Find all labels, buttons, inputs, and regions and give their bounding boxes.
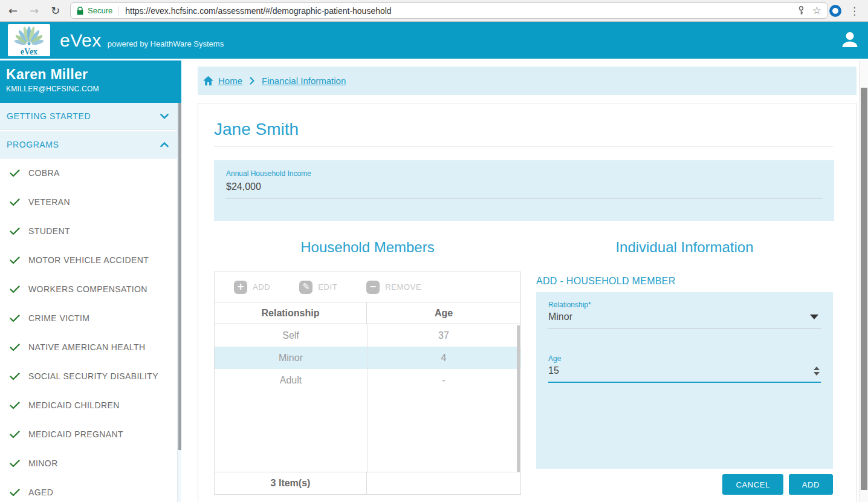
program-list-item[interactable]: MEDICAID CHILDREN (0, 391, 177, 420)
household-members-title: Household Members (214, 239, 521, 256)
table-scrollbar-thumb[interactable] (517, 325, 520, 472)
browser-menu-icon[interactable]: ⋮ (849, 5, 860, 17)
table-footer-row: 3 Item(s) (215, 472, 520, 494)
person-icon (840, 30, 860, 50)
cell-age: 4 (367, 347, 520, 369)
home-icon[interactable] (202, 76, 214, 86)
income-input[interactable]: $24,000 (226, 181, 822, 198)
divider (118, 6, 119, 16)
key-icon[interactable] (797, 6, 805, 15)
column-header-relationship: Relationship (215, 302, 367, 324)
sidebar-section-getting-started[interactable]: GETTING STARTED (0, 103, 177, 130)
sidebar-user-block: Karen Miller KMILLER@HCFSINC.COM (0, 60, 181, 103)
chevron-down-icon (160, 114, 169, 119)
program-list-item[interactable]: MEDICAID PREGNANT (0, 420, 177, 449)
chevron-right-icon (250, 77, 254, 85)
user-account-button[interactable] (840, 30, 860, 52)
program-list-item[interactable]: CRIME VICTIM (0, 304, 177, 333)
chevron-up-icon (160, 142, 169, 148)
edit-member-button[interactable]: ✎ EDIT (299, 281, 337, 294)
column-header-age: Age (367, 302, 520, 324)
pencil-icon: ✎ (299, 281, 313, 294)
program-list-item[interactable]: STUDENT (0, 217, 177, 246)
breadcrumb-current-link[interactable]: Financial Information (262, 76, 346, 86)
cell-age: - (367, 369, 520, 391)
forward-icon[interactable]: → (30, 5, 39, 16)
program-list-item[interactable]: AGED (0, 478, 177, 502)
table-row[interactable]: Adult - (215, 369, 520, 391)
program-list-item[interactable]: VETERAN (0, 187, 177, 217)
check-icon (10, 373, 21, 380)
household-table-body: Self 37 Minor 4 Adult - (215, 324, 520, 472)
minus-icon: − (366, 281, 380, 294)
cell-relationship: Minor (215, 347, 367, 369)
check-icon (10, 460, 21, 468)
check-icon (10, 169, 21, 177)
browser-toolbar: ← → ↻ Secure https://evex.hcfsinc.com/as… (0, 0, 868, 22)
program-list-item[interactable]: WORKERS COMPENSATION (0, 275, 177, 304)
remove-member-button[interactable]: − REMOVE (366, 281, 421, 294)
starburst-icon (13, 27, 45, 47)
sidebar-sections: GETTING STARTED PROGRAMS (0, 103, 177, 160)
profile-avatar-icon[interactable] (829, 5, 841, 17)
household-table: + ADD ✎ EDIT − REMOVE Relationship Age (214, 272, 521, 495)
cell-age: 37 (367, 324, 520, 347)
page-scrollbar[interactable] (859, 60, 868, 502)
table-header-row: Relationship Age (215, 302, 520, 324)
item-count: 3 Item(s) (215, 472, 367, 494)
form-title: ADD - HOUSEHOLD MEMBER (536, 276, 833, 287)
sidebar-section-programs[interactable]: PROGRAMS (0, 131, 177, 158)
app-name: eVex (60, 30, 102, 51)
lock-icon (77, 7, 83, 15)
url-text[interactable]: https://evex.hcfsinc.com/assessment/#/de… (125, 6, 391, 16)
breadcrumb-home-link[interactable]: Home (218, 76, 242, 86)
table-toolbar: + ADD ✎ EDIT − REMOVE (215, 272, 520, 302)
app-tagline: powered by HealthWare Systems (108, 39, 224, 48)
table-row[interactable]: Self 37 (215, 324, 520, 347)
sidebar-scrollbar[interactable] (177, 103, 181, 502)
program-list-item[interactable]: COBRA (0, 158, 177, 187)
income-panel: Annual Household Income $24,000 (214, 160, 834, 221)
divider (214, 146, 833, 147)
program-list-item[interactable]: NATIVE AMERICAN HEALTH (0, 333, 177, 362)
check-icon (10, 227, 21, 235)
check-icon (10, 431, 21, 438)
refresh-icon[interactable]: ↻ (51, 5, 60, 16)
plus-icon: + (234, 281, 247, 294)
program-list: COBRA VETERAN STUDENT (0, 158, 177, 502)
bookmark-star-icon[interactable]: ☆ (812, 5, 821, 16)
number-spinner[interactable] (814, 367, 820, 376)
check-icon (10, 285, 21, 293)
age-input[interactable]: 15 (548, 365, 821, 383)
cancel-button[interactable]: CANCEL (722, 474, 783, 495)
relationship-label: Relationship* (548, 301, 821, 309)
back-icon[interactable]: ← (8, 5, 18, 16)
dropdown-caret-icon[interactable] (810, 315, 818, 319)
add-member-button[interactable]: + ADD (234, 281, 270, 294)
evex-logo: eVex (8, 24, 50, 56)
table-row[interactable]: Minor 4 (215, 347, 520, 369)
cell-relationship: Self (215, 324, 367, 347)
program-list-item[interactable]: MOTOR VEHICLE ACCIDENT (0, 246, 177, 275)
address-bar[interactable]: Secure https://evex.hcfsinc.com/assessme… (70, 2, 828, 19)
cell-relationship: Adult (215, 369, 367, 391)
relationship-select[interactable]: Minor (548, 311, 821, 328)
check-icon (10, 344, 21, 351)
individual-information-title: Individual Information (536, 239, 833, 256)
spinner-down-icon[interactable] (814, 372, 820, 376)
program-list-item[interactable]: MINOR (0, 449, 177, 478)
app-header: eVex eVex powered by HealthWare Systems (0, 22, 868, 59)
breadcrumb: Home Financial Information (198, 67, 857, 95)
patient-name: Jane Smith (214, 120, 833, 139)
add-button[interactable]: ADD (789, 474, 833, 495)
user-email: KMILLER@HCFSINC.COM (6, 85, 181, 93)
check-icon (10, 489, 21, 497)
add-member-form: Relationship* Minor Age 15 (536, 292, 833, 469)
check-icon (10, 198, 21, 206)
program-list-item[interactable]: SOCIAL SECURITY DISABILITY (0, 362, 177, 391)
sidebar-scrollbar-thumb[interactable] (178, 103, 181, 450)
page-scrollbar-thumb[interactable] (861, 88, 867, 490)
age-label: Age (548, 354, 821, 363)
spinner-up-icon[interactable] (814, 367, 820, 370)
main-card: Jane Smith Annual Household Income $24,0… (198, 103, 857, 502)
